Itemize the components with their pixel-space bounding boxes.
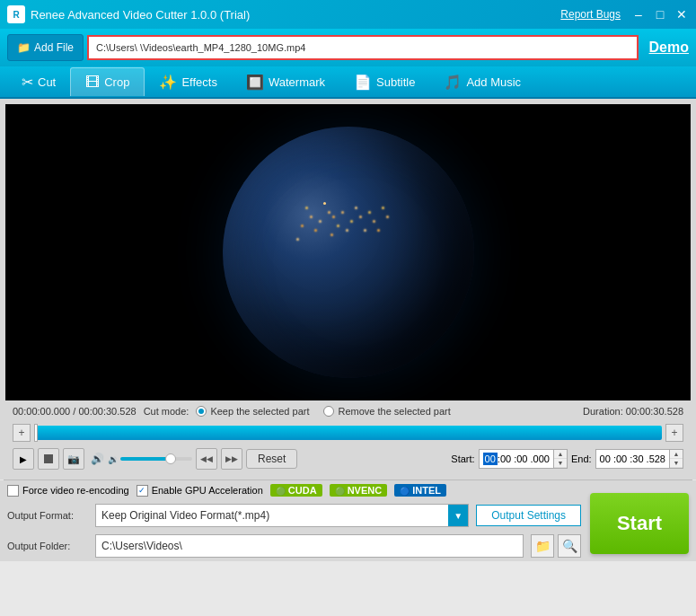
end-time-value: 00 :00 :30 .528: [596, 453, 669, 464]
tab-cut[interactable]: ✂ Cut: [7, 67, 70, 96]
keep-selected-radio[interactable]: Keep the selected part: [196, 406, 309, 417]
tab-add-music-label: Add Music: [466, 75, 521, 89]
output-format-row: Output Format: Keep Original Video Forma…: [0, 500, 588, 531]
volume-button[interactable]: 🔊: [88, 450, 106, 468]
output-folder-row: Output Folder: C:\Users\Videos\ 📁 🔍: [0, 531, 588, 561]
video-frame: [223, 127, 474, 378]
tab-subtitle-label: Subtitle: [376, 75, 415, 89]
toolbar: 📁 Add File C:\Users\ \Videos\earth_MP4_1…: [0, 29, 696, 66]
start-time-down[interactable]: ▼: [554, 459, 567, 468]
end-time-up[interactable]: ▲: [670, 450, 683, 459]
timeline-bar: + +: [5, 422, 691, 444]
stop-icon: [44, 454, 53, 463]
add-file-button[interactable]: 📁 Add File: [7, 34, 84, 61]
output-format-label: Output Format:: [7, 510, 88, 521]
keep-radio-circle: [196, 406, 207, 417]
close-button[interactable]: ✕: [674, 7, 689, 22]
start-time-up[interactable]: ▲: [554, 450, 567, 459]
keep-selected-label: Keep the selected part: [210, 406, 309, 417]
start-time-spin: ▲ ▼: [553, 450, 567, 468]
play-button[interactable]: ▶: [13, 448, 34, 470]
nvenc-badge: 🟢 NVENC: [330, 484, 388, 497]
music-icon: 🎵: [444, 74, 462, 91]
file-path-display: C:\Users\ \Videos\earth_MP4_1280_10MG.mp…: [87, 35, 639, 60]
bottom-area: Force video re-encoding Enable GPU Accel…: [0, 480, 696, 561]
app-title: Renee Advanced Video Cutter 1.0.0 (Trial…: [31, 8, 250, 22]
format-value: Keep Original Video Format(*.mp4): [96, 509, 448, 522]
add-file-icon: 📁: [17, 41, 31, 54]
search-folder-button[interactable]: 🔍: [558, 534, 581, 558]
report-bugs-link[interactable]: Report Bugs: [560, 8, 621, 21]
main-area: 00:00:00.000 / 00:00:30.528 Cut mode: Ke…: [0, 99, 696, 480]
intel-badge: 🔵 INTEL: [394, 484, 446, 497]
reset-button[interactable]: Reset: [246, 449, 297, 469]
gpu-accel-option[interactable]: Enable GPU Acceleration: [137, 485, 263, 497]
cut-icon: ✂: [22, 74, 33, 91]
earth-atmosphere: [223, 127, 474, 378]
output-folder-label: Output Folder:: [7, 541, 88, 551]
folder-path-text: C:\Users\Videos\: [101, 540, 182, 552]
title-bar: R Renee Advanced Video Cutter 1.0.0 (Tri…: [0, 0, 696, 29]
tab-effects-label: Effects: [181, 75, 217, 89]
demo-label: Demo: [649, 40, 689, 56]
minimize-button[interactable]: –: [631, 7, 646, 22]
end-time-down[interactable]: ▼: [670, 459, 683, 468]
timeline-end-button[interactable]: +: [665, 424, 683, 442]
tab-watermark[interactable]: 🔲 Watermark: [232, 67, 339, 96]
add-file-label: Add File: [34, 41, 74, 54]
cut-mode-label: Cut mode:: [144, 406, 189, 417]
window-controls: – □ ✕: [631, 7, 689, 22]
tab-add-music[interactable]: 🎵 Add Music: [429, 67, 535, 96]
video-player: [5, 104, 691, 400]
time-mode-bar: 00:00:00.000 / 00:00:30.528 Cut mode: Ke…: [5, 400, 691, 422]
browse-folder-button[interactable]: 📁: [531, 534, 554, 558]
remove-selected-label: Remove the selected part: [338, 406, 450, 417]
start-time-input[interactable]: 00 :00 :00 .000 ▲ ▼: [479, 449, 568, 469]
file-path-text: C:\Users\ \Videos\earth_MP4_1280_10MG.mp…: [96, 42, 305, 53]
timeline-handle[interactable]: [34, 424, 38, 442]
tab-effects[interactable]: ✨ Effects: [145, 67, 232, 96]
timeline-track[interactable]: [34, 426, 662, 440]
gpu-accel-label: Enable GPU Acceleration: [152, 485, 263, 496]
time-input-section: Start: 00 :00 :00 .000 ▲ ▼ End: 00 :00 :…: [451, 449, 683, 469]
force-reencode-checkbox[interactable]: [7, 485, 19, 497]
settings-bar: Force video re-encoding Enable GPU Accel…: [0, 480, 588, 500]
cuda-badge: 🟢 CUDA: [270, 484, 322, 497]
next-frame-button[interactable]: ▶▶: [221, 448, 242, 470]
start-time-value: 00 :00 :00 .000: [480, 453, 553, 465]
start-btn-container: Start: [590, 493, 689, 554]
volume-section: 🔊 🔉: [88, 450, 192, 468]
folder-icons: 📁 🔍: [531, 534, 581, 558]
end-time-spin: ▲ ▼: [669, 450, 683, 468]
duration-display: Duration: 00:00:30.528: [583, 406, 683, 417]
tab-subtitle[interactable]: 📄 Subtitle: [339, 67, 429, 96]
watermark-icon: 🔲: [246, 74, 264, 91]
tab-watermark-label: Watermark: [269, 75, 325, 89]
volume-down-icon: 🔉: [108, 454, 119, 464]
restore-button[interactable]: □: [653, 7, 667, 22]
folder-path-display: C:\Users\Videos\: [95, 534, 524, 558]
tab-crop-label: Crop: [104, 75, 129, 89]
title-bar-left: R Renee Advanced Video Cutter 1.0.0 (Tri…: [7, 5, 250, 23]
screenshot-button[interactable]: 📷: [63, 448, 84, 470]
format-select[interactable]: Keep Original Video Format(*.mp4) ▼: [95, 504, 469, 527]
end-label: End:: [571, 453, 592, 464]
force-reencode-option[interactable]: Force video re-encoding: [7, 485, 129, 497]
output-settings-button[interactable]: Output Settings: [476, 505, 581, 526]
prev-frame-button[interactable]: ◀◀: [196, 448, 217, 470]
timeline-start-button[interactable]: +: [13, 424, 31, 442]
nav-tabs: ✂ Cut 🎞 Crop ✨ Effects 🔲 Watermark 📄 Sub…: [0, 66, 696, 99]
volume-slider[interactable]: [120, 457, 192, 461]
stop-button[interactable]: [38, 448, 59, 470]
crop-icon: 🎞: [85, 75, 100, 91]
gpu-accel-checkbox[interactable]: [137, 485, 148, 497]
cut-mode-radio-group: Keep the selected part Remove the select…: [196, 406, 450, 417]
remove-selected-radio[interactable]: Remove the selected part: [323, 406, 450, 417]
tab-crop[interactable]: 🎞 Crop: [70, 67, 145, 96]
title-bar-right: Report Bugs – □ ✕: [560, 7, 689, 22]
start-button[interactable]: Start: [590, 493, 689, 554]
format-dropdown-arrow[interactable]: ▼: [448, 505, 468, 526]
remove-radio-circle: [323, 406, 334, 417]
end-time-input[interactable]: 00 :00 :30 .528 ▲ ▼: [595, 449, 683, 469]
subtitle-icon: 📄: [354, 74, 372, 91]
